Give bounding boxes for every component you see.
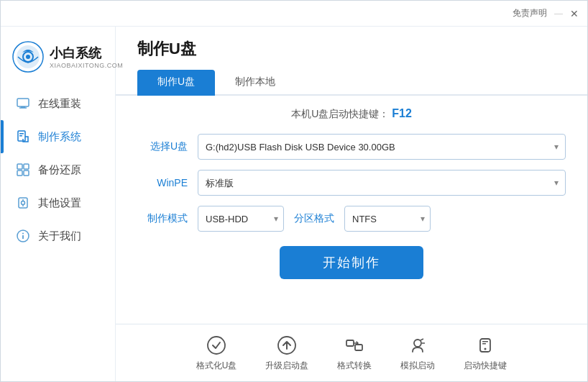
svg-rect-13 bbox=[24, 170, 29, 176]
shortcut-hint: 本机U盘启动快捷键： F12 bbox=[137, 107, 566, 121]
boot-shortcut-icon bbox=[474, 334, 497, 357]
main-layout: 小白系统 XIAOBAIXITONG.COM 在线重装 制作系统 bbox=[1, 27, 587, 381]
app-subtitle: XIAOBAIXITONG.COM bbox=[50, 62, 123, 69]
partition-label: 分区格式 bbox=[294, 212, 334, 225]
close-button[interactable]: ✕ bbox=[570, 8, 579, 19]
svg-rect-31 bbox=[482, 343, 486, 345]
shortcut-hint-text: 本机U盘启动快捷键： bbox=[291, 108, 389, 119]
winpe-select-wrapper: 标准版 bbox=[198, 170, 566, 196]
start-button[interactable]: 开始制作 bbox=[280, 246, 423, 279]
mode-partition-row: 制作模式 USB-HDD 分区格式 NTFS bbox=[137, 206, 566, 232]
other-settings-icon bbox=[15, 195, 31, 211]
tab-make-usb[interactable]: 制作U盘 bbox=[137, 70, 215, 96]
partition-select[interactable]: NTFS bbox=[344, 206, 431, 232]
format-usb-label: 格式化U盘 bbox=[196, 360, 237, 372]
svg-point-25 bbox=[414, 340, 421, 347]
about-us-icon bbox=[15, 228, 31, 244]
winpe-label: WinPE bbox=[137, 177, 188, 188]
svg-rect-8 bbox=[19, 133, 24, 135]
sidebar-item-make-system[interactable]: 制作系统 bbox=[1, 120, 115, 153]
svg-rect-11 bbox=[24, 164, 29, 169]
svg-line-26 bbox=[421, 339, 423, 340]
logo-icon bbox=[12, 41, 44, 73]
partition-select-wrapper: NTFS bbox=[344, 206, 431, 232]
toolbar-item-boot-shortcut[interactable]: 启动快捷键 bbox=[464, 334, 507, 372]
tab-make-local[interactable]: 制作本地 bbox=[215, 70, 295, 96]
title-bar-links: 免责声明 — ✕ bbox=[513, 7, 579, 19]
online-reinstall-icon bbox=[15, 96, 31, 112]
usb-select[interactable]: G:(hd2)USB Flash Disk USB Device 30.00GB bbox=[198, 134, 566, 160]
winpe-select[interactable]: 标准版 bbox=[198, 170, 566, 196]
sidebar-label-backup-restore: 备份还原 bbox=[38, 163, 81, 177]
toolbar-item-format-usb[interactable]: 格式化U盘 bbox=[196, 334, 237, 372]
upgrade-boot-icon bbox=[275, 334, 298, 357]
logo-text-area: 小白系统 XIAOBAIXITONG.COM bbox=[50, 45, 123, 69]
mode-select[interactable]: USB-HDD bbox=[198, 206, 284, 232]
title-bar: 免责声明 — ✕ bbox=[1, 1, 587, 27]
toolbar-item-upgrade-boot[interactable]: 升级启动盘 bbox=[265, 334, 308, 372]
sidebar-item-other-settings[interactable]: 其他设置 bbox=[1, 186, 115, 219]
usb-row: 选择U盘 G:(hd2)USB Flash Disk USB Device 30… bbox=[137, 134, 566, 160]
sidebar-label-other-settings: 其他设置 bbox=[38, 196, 81, 210]
mode-select-wrapper: USB-HDD bbox=[198, 206, 284, 232]
simulate-boot-label: 模拟启动 bbox=[400, 360, 435, 372]
make-system-icon bbox=[15, 129, 31, 145]
usb-label: 选择U盘 bbox=[137, 140, 188, 153]
format-convert-icon bbox=[343, 334, 366, 357]
winpe-row: WinPE 标准版 bbox=[137, 170, 566, 196]
tabs-bar: 制作U盘 制作本地 bbox=[116, 63, 587, 96]
upgrade-boot-label: 升级启动盘 bbox=[265, 360, 308, 372]
disclaimer-link[interactable]: 免责声明 bbox=[513, 7, 547, 19]
form-area: 本机U盘启动快捷键： F12 选择U盘 G:(hd2)USB Flash Dis… bbox=[116, 96, 587, 324]
usb-select-wrapper: G:(hd2)USB Flash Disk USB Device 30.00GB bbox=[198, 134, 566, 160]
toolbar-item-simulate-boot[interactable]: 模拟启动 bbox=[400, 334, 435, 372]
svg-point-20 bbox=[22, 233, 24, 235]
page-title: 制作U盘 bbox=[137, 38, 196, 60]
format-usb-icon bbox=[205, 334, 228, 357]
logo-area: 小白系统 XIAOBAIXITONG.COM bbox=[1, 34, 115, 87]
sidebar-label-online-reinstall: 在线重装 bbox=[38, 97, 81, 111]
simulate-boot-icon bbox=[406, 334, 429, 357]
separator: — bbox=[554, 9, 563, 19]
svg-rect-10 bbox=[17, 164, 22, 169]
app-window: 免责声明 — ✕ 小白系统 XIAOBAIXITONG.COM bbox=[0, 0, 588, 382]
svg-rect-4 bbox=[17, 99, 29, 106]
sidebar-item-about-us[interactable]: 关于我们 bbox=[1, 219, 115, 253]
toolbar-item-format-convert[interactable]: 格式转换 bbox=[337, 334, 372, 372]
sidebar-label-make-system: 制作系统 bbox=[38, 130, 81, 144]
mode-label: 制作模式 bbox=[137, 212, 188, 225]
shortcut-key: F12 bbox=[392, 107, 412, 119]
svg-rect-23 bbox=[346, 340, 354, 346]
sidebar-item-online-reinstall[interactable]: 在线重装 bbox=[1, 87, 115, 120]
svg-point-15 bbox=[22, 201, 25, 205]
sidebar: 小白系统 XIAOBAIXITONG.COM 在线重装 制作系统 bbox=[1, 27, 116, 381]
svg-point-29 bbox=[484, 348, 487, 350]
format-convert-label: 格式转换 bbox=[337, 360, 372, 372]
boot-shortcut-label: 启动快捷键 bbox=[464, 360, 507, 372]
app-name: 小白系统 bbox=[50, 45, 123, 62]
backup-restore-icon bbox=[15, 162, 31, 178]
sidebar-item-backup-restore[interactable]: 备份还原 bbox=[1, 153, 115, 186]
svg-rect-9 bbox=[19, 135, 22, 137]
svg-rect-12 bbox=[17, 170, 22, 176]
svg-point-3 bbox=[26, 55, 30, 59]
content-header: 制作U盘 bbox=[116, 27, 587, 60]
svg-rect-30 bbox=[482, 341, 488, 342]
svg-point-21 bbox=[208, 337, 225, 354]
sidebar-label-about-us: 关于我们 bbox=[38, 229, 81, 243]
content-area: 制作U盘 制作U盘 制作本地 本机U盘启动快捷键： F12 选择U盘 G:(hd bbox=[116, 27, 587, 381]
svg-rect-24 bbox=[355, 345, 362, 350]
bottom-toolbar: 格式化U盘 升级启动盘 bbox=[116, 324, 587, 381]
